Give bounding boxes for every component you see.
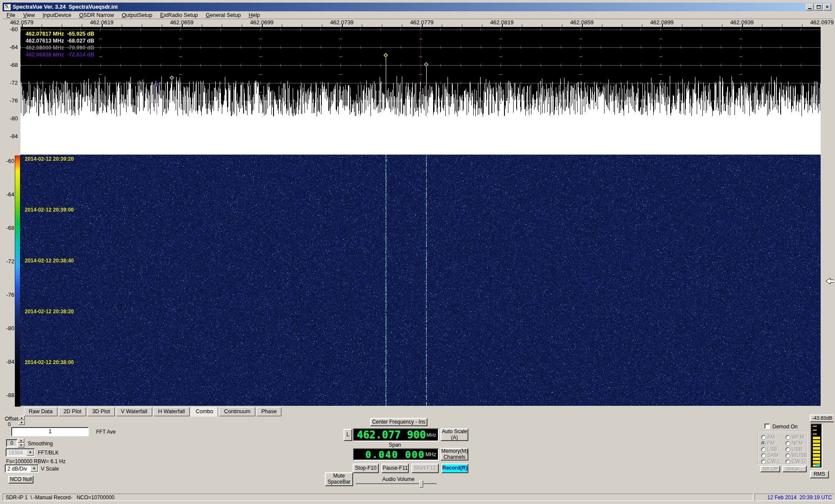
freq-tick-label: 462.0619	[90, 19, 114, 26]
maximize-icon	[817, 5, 821, 9]
audio-volume-thumb[interactable]	[419, 480, 423, 487]
center-frequency-unit: MHz	[426, 432, 438, 438]
fft-ave-input[interactable]: 1	[11, 427, 89, 436]
spectrum-db-label: -72	[1, 80, 18, 86]
freq-tick-label: 462.0579	[10, 19, 33, 26]
center-frequency-button[interactable]: Center Frequency - Ins	[370, 418, 428, 426]
status-left-text: SDR-IP 1 \ -Manual Record- NCO=10700000	[3, 494, 753, 501]
radio-icon-wfm	[785, 435, 790, 440]
close-button[interactable]: ✕	[823, 4, 831, 10]
menu-file[interactable]: File	[3, 12, 19, 19]
freq-tick-label: 462.0979	[810, 19, 834, 26]
tab-raw-data[interactable]: Raw Data	[24, 407, 57, 416]
demod-on-checkbox[interactable]	[765, 424, 770, 429]
waterfall-timestamp: 2014-02-12 20:39:20	[25, 156, 74, 162]
auto-scale-button[interactable]: Auto Scale (A)	[441, 428, 468, 441]
audio-volume-label: Audio Volume	[382, 476, 414, 482]
tab-2d-plot[interactable]: 2D Plot	[59, 407, 86, 416]
pause-button[interactable]: Pause-F11	[381, 464, 409, 473]
record-button[interactable]: Record(R)	[441, 464, 468, 473]
tab-combo[interactable]: Combo	[191, 407, 218, 418]
fs-rbw-text: Fs=100000 RBW= 6.1 Hz	[6, 458, 66, 464]
waterfall-db-label: -76	[1, 292, 14, 298]
menu-general-setup[interactable]: General Setup	[202, 12, 245, 19]
offset-down-icon[interactable]: ▼	[18, 421, 25, 425]
freq-tick-label: 462.0819	[490, 19, 514, 26]
mode-label: NFM	[792, 440, 803, 446]
offset-label: Offset	[5, 416, 19, 422]
waterfall-timestamp: 2014-02-12 20:38:00	[25, 359, 74, 365]
tab-h-waterfall[interactable]: H Waterfall	[154, 407, 190, 416]
mode-option-cw-l: CW-L	[761, 458, 780, 464]
menu-bar: FileViewInputDeviceQSDR NarrowOutputSetu…	[3, 11, 832, 19]
menu-help[interactable]: Help	[245, 12, 264, 19]
mode-label: FM	[767, 440, 775, 446]
mute-button[interactable]: Mute SpaceBar	[325, 472, 353, 486]
stop-button[interactable]: Stop-F10	[353, 464, 379, 473]
mode-label: CW-L	[767, 458, 780, 464]
mode-option-cw-u: CW-U	[785, 458, 805, 464]
smoothing-up-icon[interactable]: ▲	[18, 438, 24, 443]
minimize-button[interactable]	[806, 4, 814, 10]
mode-option-wfm: WFM	[785, 434, 804, 440]
waterfall-db-label: -80	[1, 325, 14, 332]
freq-tick-label: 462.0779	[410, 19, 434, 26]
tab-3d-plot[interactable]: 3D Plot	[87, 407, 115, 416]
offset-spinner[interactable]: ▲▼	[18, 416, 25, 425]
spectrum-db-label: -80	[1, 115, 18, 122]
menu-extradio-setup[interactable]: ExtRadio Setup	[156, 12, 202, 19]
span-display[interactable]: 0.040 000 MHz	[353, 448, 439, 461]
spectrum-display[interactable]	[20, 27, 821, 154]
mode-label: CW-U	[792, 458, 805, 464]
nb-off-button: NB Off	[760, 466, 780, 472]
radio-icon-sam	[761, 453, 766, 458]
smoothing-down-icon[interactable]: ▼	[18, 443, 24, 448]
demod-on-label: Demod On	[772, 424, 798, 430]
offset-up-icon[interactable]: ▲	[18, 416, 25, 420]
mode-option-am: AM	[761, 434, 775, 440]
mode-label: SAM	[767, 452, 778, 458]
waterfall-display[interactable]	[20, 155, 821, 406]
minimize-icon	[808, 8, 812, 9]
smoothing-spinner[interactable]: ▲▼	[18, 438, 24, 448]
spectrum-db-label: -76	[1, 97, 18, 104]
tab-continuum[interactable]: Continuum	[219, 407, 255, 416]
freq-tick-label: 462.0899	[650, 19, 674, 26]
fft-blk-dropdown-icon[interactable]: ▼	[27, 449, 34, 456]
span-unit: MHz	[425, 451, 438, 458]
title-bar[interactable]: Sv SpectraVue Ver. 3.24 SpectraVueqsdr.i…	[3, 3, 832, 11]
lock-l-button[interactable]: L	[344, 429, 352, 441]
waterfall-db-label: -84	[1, 358, 14, 365]
span-label: Span	[389, 442, 401, 448]
waterfall-db-label: -88	[1, 392, 14, 398]
vscale-select[interactable]: 2 dB/Div▼	[5, 464, 39, 473]
memory-channels-button[interactable]: Memory(M) Channels	[441, 448, 468, 461]
signal-level-meter	[811, 424, 822, 468]
fft-blk-select[interactable]: 16384▼	[6, 448, 35, 457]
radio-icon-fm	[761, 441, 766, 446]
waterfall-db-label: -60	[1, 158, 14, 164]
tab-v-waterfall[interactable]: V Waterfall	[116, 407, 152, 416]
menu-view[interactable]: View	[19, 12, 39, 19]
vscale-dropdown-icon[interactable]: ▼	[30, 465, 38, 472]
audio-volume-slider[interactable]	[356, 483, 437, 485]
mode-label: AM	[767, 434, 775, 440]
center-frequency-display[interactable]: 462.077 900 MHz	[353, 428, 439, 441]
mode-option-nfm: NFM	[785, 440, 803, 446]
radio-icon-cw-u	[785, 459, 790, 464]
window-title: SpectraVue Ver. 3.24 SpectraVueqsdr.ini	[13, 4, 806, 10]
span-value: 0.040 000	[354, 449, 425, 460]
offset-value: 0	[8, 421, 11, 428]
tab-phase[interactable]: Phase	[257, 407, 281, 416]
smoothing-value[interactable]: 0	[6, 439, 17, 447]
nco-null-button[interactable]: NCO Null	[8, 476, 33, 484]
radio-icon-lsb	[761, 447, 766, 452]
menu-qsdr-narrow[interactable]: QSDR Narrow	[75, 12, 118, 19]
rms-button[interactable]: RMS	[810, 471, 829, 478]
maximize-button[interactable]	[815, 4, 822, 10]
menu-outputsetup[interactable]: OutputSetup	[118, 12, 156, 19]
spectrum-db-label: -68	[1, 62, 18, 68]
menu-inputdevice[interactable]: InputDevice	[39, 12, 75, 19]
mode-option-fm: FM	[761, 440, 775, 446]
mode-option-usb: USB	[785, 446, 802, 452]
